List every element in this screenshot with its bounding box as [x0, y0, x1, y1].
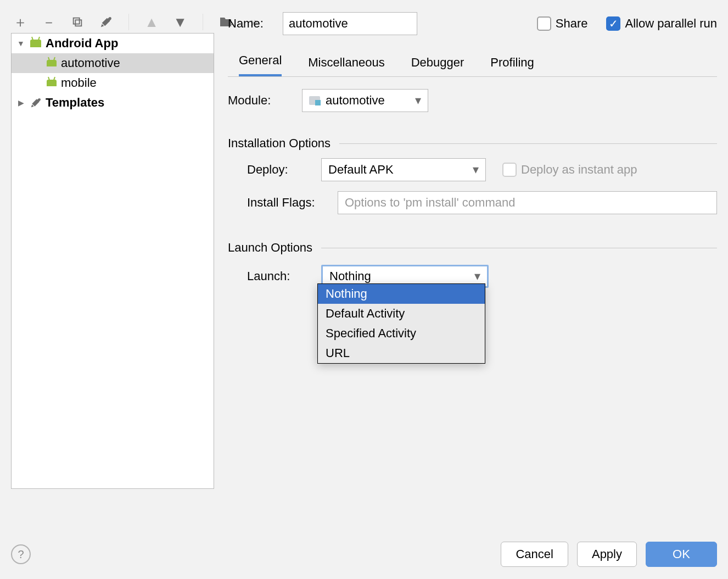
wrench-icon [30, 97, 41, 108]
checkbox-checked-icon: ✓ [606, 16, 620, 31]
allow-parallel-label: Allow parallel run [625, 16, 717, 31]
checkbox-icon [537, 16, 551, 31]
module-combo[interactable]: automotive ▾ [302, 89, 428, 112]
tree-node-label: Android App [46, 36, 118, 51]
toolbar-separator [128, 14, 129, 30]
tree-node-android-app[interactable]: ▼ Android App [12, 34, 214, 53]
installation-options-heading: Installation Options [228, 136, 331, 151]
chevron-down-icon[interactable]: ▼ [16, 39, 26, 48]
android-icon [30, 40, 41, 47]
tree-item-label: automotive [61, 56, 120, 70]
launch-dropdown: Nothing Default Activity Specified Activ… [317, 283, 485, 364]
move-up-icon[interactable]: ▲ [144, 15, 159, 29]
tab-general[interactable]: General [239, 48, 282, 76]
remove-icon[interactable]: － [42, 15, 56, 29]
tab-profiling[interactable]: Profiling [490, 50, 534, 76]
apply-button[interactable]: Apply [577, 542, 637, 567]
share-checkbox[interactable]: Share [537, 16, 588, 31]
footer: ? Cancel Apply OK [11, 541, 717, 568]
svg-rect-1 [74, 18, 80, 24]
tab-miscellaneous[interactable]: Miscellaneous [308, 50, 384, 76]
name-label: Name: [228, 16, 272, 31]
config-tree: ▼ Android App automotive mobile ▶ Templa… [11, 33, 214, 489]
module-value: automotive [326, 93, 385, 108]
launch-label: Launch: [228, 269, 321, 283]
add-icon[interactable]: ＋ [13, 15, 27, 29]
section-divider [339, 143, 717, 144]
move-down-icon[interactable]: ▼ [173, 15, 187, 29]
launch-options-heading: Launch Options [228, 241, 312, 255]
tree-item-label: mobile [61, 76, 97, 90]
module-label: Module: [228, 93, 302, 108]
tree-item-automotive[interactable]: automotive [12, 53, 214, 73]
deploy-instant-label: Deploy as instant app [521, 163, 637, 177]
caret-down-icon: ▾ [415, 93, 421, 108]
tree-node-label: Templates [46, 96, 104, 110]
install-flags-input[interactable] [338, 191, 717, 214]
copy-icon[interactable] [70, 15, 85, 29]
svg-rect-0 [75, 20, 81, 26]
deploy-combo[interactable]: Default APK ▾ [321, 158, 486, 181]
tree-item-mobile[interactable]: mobile [12, 73, 214, 93]
name-input[interactable] [283, 12, 417, 35]
ok-button[interactable]: OK [646, 542, 717, 567]
checkbox-icon [502, 163, 517, 177]
launch-option-default-activity[interactable]: Default Activity [318, 304, 485, 324]
android-icon [47, 80, 57, 86]
caret-down-icon: ▾ [473, 163, 479, 177]
android-icon [47, 60, 57, 66]
tab-debugger[interactable]: Debugger [411, 50, 464, 76]
edit-defaults-icon[interactable] [99, 15, 113, 29]
launch-option-specified-activity[interactable]: Specified Activity [318, 324, 485, 343]
help-icon[interactable]: ? [11, 544, 31, 564]
module-folder-icon [309, 96, 320, 105]
section-divider [321, 248, 717, 248]
launch-option-nothing[interactable]: Nothing [318, 284, 485, 304]
header-row: Name: Share ✓ Allow parallel run [228, 11, 717, 36]
cancel-button[interactable]: Cancel [501, 542, 568, 567]
form-area: Module: automotive ▾ Installation Option… [228, 85, 717, 294]
launch-value: Nothing [329, 269, 371, 283]
toolbar-separator [203, 14, 203, 30]
deploy-label: Deploy: [228, 163, 321, 177]
allow-parallel-checkbox[interactable]: ✓ Allow parallel run [606, 16, 717, 31]
launch-option-url[interactable]: URL [318, 343, 485, 363]
config-toolbar: ＋ － ▲ ▼ + » [13, 11, 261, 33]
install-flags-label: Install Flags: [228, 196, 338, 210]
deploy-instant-checkbox: Deploy as instant app [502, 163, 637, 177]
tabs: General Miscellaneous Debugger Profiling [228, 49, 717, 77]
caret-down-icon: ▾ [474, 269, 480, 283]
deploy-value: Default APK [328, 163, 394, 177]
chevron-right-icon[interactable]: ▶ [16, 98, 26, 107]
share-label: Share [556, 16, 588, 31]
tree-node-templates[interactable]: ▶ Templates [12, 93, 214, 113]
